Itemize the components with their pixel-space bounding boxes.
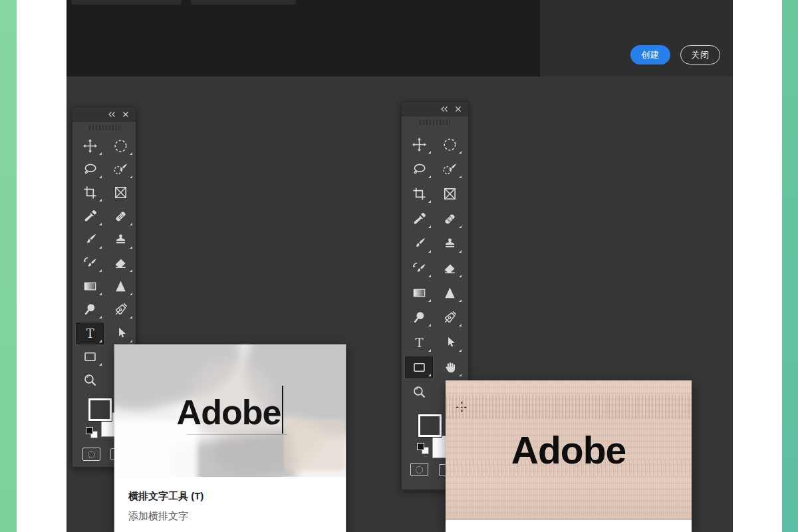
drag-grip[interactable] <box>420 120 450 125</box>
pen-icon <box>442 310 458 325</box>
selection-brush-icon <box>113 162 128 177</box>
default-colors-icon[interactable] <box>417 443 429 454</box>
sample-type-text: Adobe <box>446 428 692 472</box>
brush-icon <box>412 236 427 251</box>
dodge-tool[interactable] <box>405 307 433 329</box>
foreground-color-swatch[interactable] <box>88 398 112 421</box>
eyedropper-tool[interactable] <box>76 205 104 227</box>
toolbar-header[interactable] <box>72 107 136 122</box>
default-foreground-chip <box>417 443 424 450</box>
eraser-tool[interactable] <box>436 257 464 279</box>
dodge-icon <box>82 302 98 317</box>
lasso-tool[interactable] <box>405 158 433 180</box>
gradient-tool[interactable] <box>405 282 433 304</box>
history-brush-tool[interactable] <box>405 257 433 279</box>
elliptical-marquee-tool[interactable] <box>106 135 134 157</box>
spot-healing-tool[interactable] <box>106 205 134 227</box>
application-window: 创建 关闭 <box>0 0 798 532</box>
brush-tool[interactable] <box>405 233 433 255</box>
type-icon <box>82 326 98 341</box>
page-gradient-border-left <box>0 0 17 532</box>
eraser-icon <box>442 261 458 276</box>
clone-stamp-icon <box>442 236 458 251</box>
eraser-tool[interactable] <box>106 252 134 274</box>
brush-tool[interactable] <box>76 229 104 251</box>
path-select-icon <box>113 326 128 341</box>
frame-tool[interactable] <box>106 182 134 203</box>
tooltip-preview-image: Adobe <box>114 344 346 477</box>
text-cursor <box>282 386 283 434</box>
crop-icon <box>82 185 98 200</box>
elliptical-marquee-tool[interactable] <box>436 134 464 156</box>
move-tool[interactable] <box>76 135 104 157</box>
text-baseline-guide <box>188 434 287 435</box>
zoom-icon <box>82 372 98 388</box>
dodge-tool[interactable] <box>76 299 104 321</box>
frame-tool[interactable] <box>436 183 464 205</box>
selection-brush-tool[interactable] <box>436 158 464 180</box>
cropped-input-field[interactable] <box>191 0 296 5</box>
elliptical-marquee-icon <box>113 138 128 154</box>
toolbar-header[interactable] <box>402 102 468 116</box>
rectangle-tool[interactable] <box>405 356 433 378</box>
crop-tool[interactable] <box>405 183 433 205</box>
sharpen-tool[interactable] <box>436 282 464 304</box>
dialog-action-bar: 创建 关闭 <box>540 0 733 76</box>
path-select-tool[interactable] <box>106 323 134 344</box>
pen-tool[interactable] <box>436 307 464 329</box>
quick-mask-button[interactable] <box>410 463 428 476</box>
eraser-icon <box>113 255 128 271</box>
quick-mask-icon <box>88 451 95 458</box>
type-tool[interactable] <box>405 332 433 354</box>
cropped-input-field[interactable] <box>71 0 182 5</box>
selection-brush-tool[interactable] <box>106 158 134 180</box>
history-brush-icon <box>82 255 98 271</box>
tooltip-title: 横排文字工具 (T) <box>128 490 332 503</box>
type-tool[interactable] <box>76 323 104 344</box>
default-colors-icon[interactable] <box>86 427 98 438</box>
move-tool[interactable] <box>405 134 433 156</box>
wood-texture-image: Adobe <box>446 380 692 520</box>
sample-type-text: Adobe <box>114 386 346 434</box>
tooltip-text-block: 横排文字工具 (T) 添加横排文字 <box>114 477 346 523</box>
spot-healing-icon <box>113 209 128 224</box>
path-select-tool[interactable] <box>436 332 464 354</box>
close-button[interactable]: 关闭 <box>680 45 720 65</box>
zoom-tool[interactable] <box>76 369 104 391</box>
quick-mask-button[interactable] <box>82 448 100 461</box>
spot-healing-tool[interactable] <box>436 208 464 230</box>
zoom-tool[interactable] <box>405 381 433 403</box>
collapse-panel-icon[interactable] <box>108 110 116 118</box>
dialog-panel <box>66 0 540 76</box>
spot-healing-icon <box>442 211 458 227</box>
gradient-tool[interactable] <box>76 275 104 297</box>
collapse-panel-icon[interactable] <box>440 105 448 113</box>
pen-tool[interactable] <box>106 299 134 321</box>
crop-tool[interactable] <box>76 182 104 203</box>
drag-grip[interactable] <box>89 125 120 130</box>
foreground-color-swatch[interactable] <box>418 414 442 437</box>
rectangle-tool[interactable] <box>76 346 104 368</box>
gradient-icon <box>412 285 427 301</box>
move-icon <box>82 138 98 154</box>
eyedropper-icon <box>82 209 98 224</box>
sharpen-tool[interactable] <box>106 275 134 297</box>
dodge-icon <box>412 310 427 325</box>
brush-icon <box>82 232 98 247</box>
close-panel-icon[interactable] <box>454 105 462 113</box>
clone-stamp-tool[interactable] <box>436 233 464 255</box>
selection-brush-icon <box>442 162 458 177</box>
close-panel-icon[interactable] <box>122 110 130 118</box>
zoom-icon <box>412 384 427 400</box>
history-brush-tool[interactable] <box>76 252 104 274</box>
hand-tool[interactable] <box>436 356 464 378</box>
tool-tooltip-card: Adobe 横排文字工具 (T) 添加横排文字 <box>114 344 346 532</box>
create-button[interactable]: 创建 <box>630 45 670 65</box>
lasso-tool[interactable] <box>76 158 104 180</box>
history-brush-icon <box>412 261 427 276</box>
wood-grain-band <box>446 395 692 419</box>
clone-stamp-icon <box>113 232 128 247</box>
clone-stamp-tool[interactable] <box>106 229 134 251</box>
eyedropper-tool[interactable] <box>405 208 433 230</box>
rectangle-icon <box>412 360 427 375</box>
